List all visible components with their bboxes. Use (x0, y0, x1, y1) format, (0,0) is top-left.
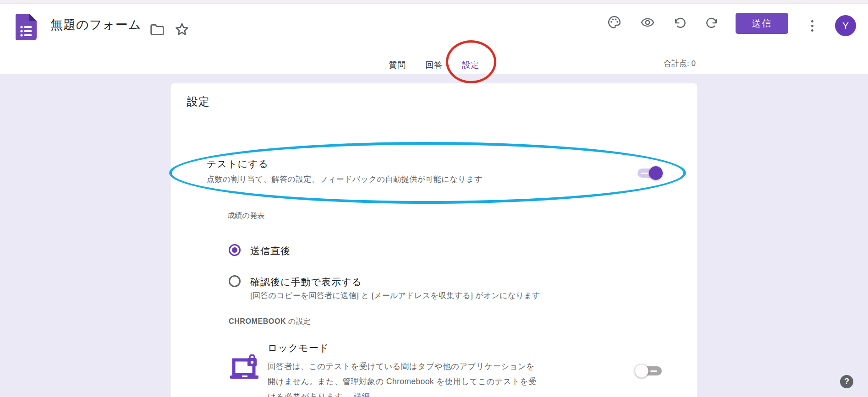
lock-desc-line-2: 開けません。また、管理対象の Chromebook を使用してこのテストを受 (268, 374, 537, 389)
send-button[interactable]: 送信 (736, 13, 788, 34)
star-icon[interactable] (174, 21, 190, 38)
total-points-label: 合計点: 0 (664, 58, 696, 69)
lock-mode-description: 回答者は、このテストを受けている間はタブや他のアプリケーションを 開けません。ま… (268, 359, 537, 397)
lock-desc-line-1: 回答者は、このテストを受けている間はタブや他のアプリケーションを (268, 359, 537, 374)
learn-more-link[interactable]: 詳細 (353, 392, 370, 397)
help-button[interactable]: ? (840, 375, 853, 388)
locked-laptop-icon (230, 354, 259, 381)
account-avatar[interactable]: Y (835, 15, 856, 36)
release-grades-section-label: 成績の発表 (227, 211, 265, 221)
google-forms-logo-icon (16, 14, 37, 40)
chromebook-rest-text: の設定 (286, 317, 311, 325)
toggle-knob (649, 166, 663, 180)
make-quiz-description: 点数の割り当て、解答の設定、フィードバックの自動提供が可能になります (207, 174, 483, 185)
redo-icon[interactable] (705, 16, 719, 29)
toggle-track-dash (650, 370, 657, 372)
divider (187, 127, 682, 127)
move-to-folder-icon[interactable] (150, 23, 165, 36)
make-quiz-label: テストにする (207, 158, 269, 170)
theme-palette-icon[interactable] (607, 15, 621, 29)
quiz-toggle[interactable] (637, 169, 662, 178)
radio-immediately-label[interactable]: 送信直後 (250, 245, 291, 257)
form-title[interactable]: 無題のフォーム (50, 16, 142, 33)
chromebook-section-label: CHROMEBOOK の設定 (229, 317, 311, 326)
radio-immediately[interactable] (229, 244, 241, 256)
toggle-knob (635, 364, 648, 378)
more-options-kebab-icon[interactable] (807, 17, 818, 34)
settings-card: 設定 テストにする 点数の割り当て、解答の設定、フィードバックの自動提供が可能に… (170, 83, 698, 397)
tab-settings[interactable]: 設定 (452, 54, 489, 76)
app-header: 無題のフォーム 送信 Y 質問 回答 設定 合計点: 0 (0, 4, 868, 74)
radio-after-review-label[interactable]: 確認後に手動で表示する (250, 276, 362, 288)
form-tabs: 質問 回答 設定 (379, 54, 489, 76)
tab-questions[interactable]: 質問 (379, 54, 416, 76)
lock-mode-label: ロックモード (268, 342, 329, 354)
preview-eye-icon[interactable] (640, 16, 655, 29)
undo-icon[interactable] (673, 16, 687, 29)
toggle-track-dash (641, 173, 648, 174)
window-top-strip (0, 0, 868, 4)
tab-responses[interactable]: 回答 (416, 54, 452, 76)
lock-desc-line-3: ける必要があります。 詳細 (268, 389, 537, 397)
radio-after-review[interactable] (229, 275, 241, 287)
radio-after-review-description: [回答のコピーを回答者に送信] と [メールアドレスを収集する] がオンになりま… (250, 290, 540, 301)
chromebook-brand-text: CHROMEBOOK (229, 317, 286, 325)
settings-card-title: 設定 (187, 94, 210, 109)
lock-mode-toggle[interactable] (637, 366, 662, 375)
